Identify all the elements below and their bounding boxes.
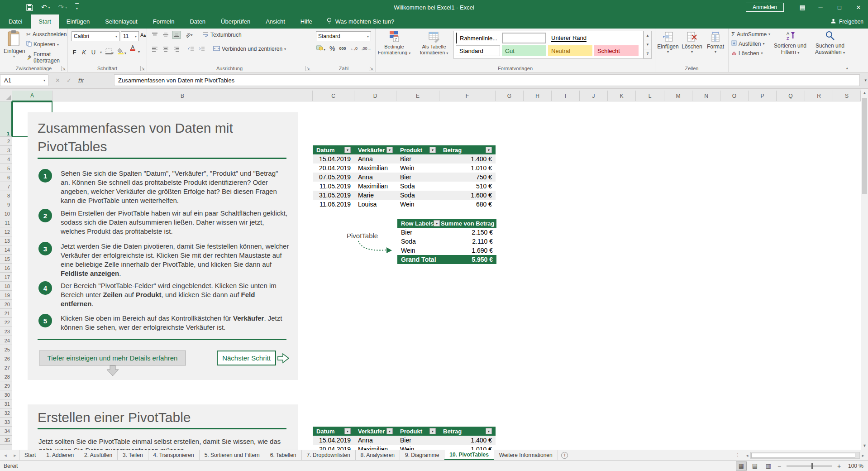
row-header-30[interactable]: 30 bbox=[0, 390, 12, 399]
pivot-cell[interactable]: Wein bbox=[397, 246, 437, 255]
column-header-A[interactable]: A bbox=[12, 91, 52, 101]
row-header-29[interactable]: 29 bbox=[0, 381, 12, 390]
table-cell[interactable]: Bier bbox=[396, 173, 439, 182]
borders-icon[interactable]: ▾ bbox=[105, 48, 114, 56]
page-break-view-icon[interactable]: ▥ bbox=[763, 461, 774, 471]
next-step-button[interactable]: Nächster Schritt bbox=[217, 351, 276, 365]
table-cell[interactable]: 11.05.2019 bbox=[313, 182, 354, 191]
clipboard-dialog-launcher[interactable]: ↘ bbox=[61, 66, 66, 71]
tab-formeln[interactable]: Formeln bbox=[145, 14, 182, 29]
save-icon[interactable] bbox=[26, 4, 33, 11]
alignment-dialog-launcher[interactable]: ↘ bbox=[305, 66, 310, 71]
row-header-3[interactable]: 3 bbox=[0, 146, 12, 155]
sheet-nav-right-icon[interactable]: ▸ bbox=[11, 450, 19, 460]
column-header-H[interactable]: H bbox=[524, 91, 552, 101]
align-center-icon[interactable] bbox=[162, 45, 170, 53]
row-header-13[interactable]: 13 bbox=[0, 236, 12, 245]
table-cell[interactable]: Soda bbox=[396, 182, 439, 191]
row-header-27[interactable]: 27 bbox=[0, 363, 12, 372]
wrap-text-button[interactable]: Textumbruch bbox=[202, 32, 242, 38]
row-header-12[interactable]: 12 bbox=[0, 227, 12, 236]
scroll-up-icon[interactable]: ▲ bbox=[861, 89, 868, 97]
sheet-nav-left-icon[interactable]: ◂ bbox=[0, 450, 11, 460]
row-header-26[interactable]: 26 bbox=[0, 354, 12, 363]
comma-style-icon[interactable]: 000 bbox=[339, 46, 346, 51]
table-cell[interactable]: Louisa bbox=[354, 200, 396, 209]
more-details-button[interactable]: Tiefer einsteigen und mehr Details erfah… bbox=[39, 351, 186, 365]
table-cell[interactable]: 1.010 € bbox=[439, 445, 496, 450]
paste-button[interactable]: Einfügen▾ bbox=[4, 30, 24, 64]
sheet-tab-8-analysieren[interactable]: 8. Analysieren bbox=[356, 450, 400, 460]
column-header-C[interactable]: C bbox=[313, 91, 354, 101]
cell-style-chip[interactable]: Neutral bbox=[548, 45, 592, 56]
row-header-18[interactable]: 18 bbox=[0, 282, 12, 291]
sheet-tab-9-diagramme[interactable]: 9. Diagramme bbox=[400, 450, 444, 460]
expand-formula-bar-icon[interactable]: ▾ bbox=[864, 78, 867, 82]
column-header-E[interactable]: E bbox=[396, 91, 439, 101]
column-header-M[interactable]: M bbox=[664, 91, 692, 101]
filter-dropdown-icon[interactable]: ▼ bbox=[486, 147, 492, 153]
underline-button[interactable]: U bbox=[91, 49, 96, 56]
name-box[interactable]: A1▾ bbox=[0, 74, 48, 86]
sheet-tab-weitere-informationen[interactable]: Weitere Informationen bbox=[494, 450, 558, 460]
zoom-in-icon[interactable]: + bbox=[836, 462, 842, 470]
scroll-left-icon[interactable]: ◂ bbox=[744, 453, 750, 458]
page-layout-view-icon[interactable]: ▤ bbox=[749, 461, 760, 471]
row-header-23[interactable]: 23 bbox=[0, 327, 12, 336]
pivot-cell[interactable]: 2.150 € bbox=[437, 228, 496, 237]
row-header-11[interactable]: 11 bbox=[0, 218, 12, 227]
pivot-cell[interactable]: Bier bbox=[397, 228, 437, 237]
pivot-cell[interactable]: 2.110 € bbox=[437, 237, 496, 246]
row-header-7[interactable]: 7 bbox=[0, 182, 12, 191]
table-cell[interactable]: Maximilian bbox=[354, 445, 396, 450]
filter-dropdown-icon[interactable]: ▼ bbox=[486, 428, 492, 434]
row-header-2[interactable]: 2 bbox=[0, 137, 12, 146]
align-right-icon[interactable] bbox=[172, 45, 181, 53]
column-header-B[interactable]: B bbox=[52, 91, 313, 101]
enter-icon[interactable]: ✓ bbox=[67, 77, 72, 84]
row-header-31[interactable]: 31 bbox=[0, 399, 12, 409]
filter-dropdown-icon[interactable]: ▼ bbox=[386, 428, 393, 434]
merge-center-button[interactable]: Verbinden und zentrieren▾ bbox=[213, 46, 286, 53]
row-header-10[interactable]: 10 bbox=[0, 209, 12, 218]
table-cell[interactable]: 20.04.2019 bbox=[313, 163, 354, 173]
increase-indent-icon[interactable] bbox=[198, 45, 206, 53]
font-color-icon[interactable]: A▾ bbox=[130, 45, 135, 59]
table-cell[interactable]: Anna bbox=[354, 173, 396, 182]
decrease-decimal-icon[interactable]: ,00→ bbox=[362, 46, 372, 51]
sheet-tab-7-dropdownlisten[interactable]: 7. Dropdownlisten bbox=[302, 450, 356, 460]
orientation-icon[interactable]: ab▾ bbox=[183, 31, 195, 39]
sort-filter-button[interactable]: AZ Sortieren und Filtern ▾ bbox=[771, 30, 809, 56]
accounting-format-icon[interactable]: ▾ bbox=[316, 45, 325, 52]
ribbon-display-options-icon[interactable]: ▤ bbox=[794, 4, 811, 11]
zoom-out-icon[interactable]: − bbox=[777, 462, 782, 470]
column-header-F[interactable]: F bbox=[439, 91, 496, 101]
row-header-34[interactable]: 34 bbox=[0, 427, 12, 436]
table-cell[interactable]: Anna bbox=[354, 436, 396, 445]
tab-überprüfen[interactable]: Überprüfen bbox=[213, 14, 258, 29]
redo-button[interactable]: ↷▾ bbox=[58, 3, 67, 11]
row-header-19[interactable]: 19 bbox=[0, 291, 12, 300]
grow-font-icon[interactable]: A▴ bbox=[140, 32, 146, 38]
font-dialog-launcher[interactable]: ↘ bbox=[140, 66, 145, 71]
sheet-tab-1-addieren[interactable]: 1. Addieren bbox=[41, 450, 79, 460]
horizontal-scrollbar[interactable]: ◂ ▸ bbox=[744, 451, 866, 459]
row-header-9[interactable]: 9 bbox=[0, 200, 12, 209]
tab-datei[interactable]: Datei bbox=[0, 14, 31, 29]
row-header-22[interactable]: 22 bbox=[0, 318, 12, 327]
row-header-16[interactable]: 16 bbox=[0, 264, 12, 273]
row-header-35[interactable]: 35 bbox=[0, 436, 12, 445]
italic-button[interactable]: K bbox=[81, 49, 87, 56]
align-middle-icon[interactable] bbox=[162, 31, 170, 39]
close-button[interactable]: ✕ bbox=[849, 0, 868, 14]
bold-button[interactable]: F bbox=[72, 49, 77, 56]
pivot-cell[interactable]: 1.690 € bbox=[437, 246, 496, 255]
format-cells-button[interactable]: Format▾ bbox=[704, 31, 727, 54]
row-header-5[interactable]: 5 bbox=[0, 164, 12, 173]
filter-dropdown-icon[interactable]: ▼ bbox=[386, 147, 393, 153]
fill-button[interactable]: Ausfüllen▾ bbox=[731, 40, 770, 47]
row-header-14[interactable]: 14 bbox=[0, 245, 12, 255]
zoom-slider-thumb[interactable] bbox=[811, 463, 813, 469]
new-sheet-button[interactable]: + bbox=[558, 450, 572, 460]
column-header-K[interactable]: K bbox=[608, 91, 636, 101]
